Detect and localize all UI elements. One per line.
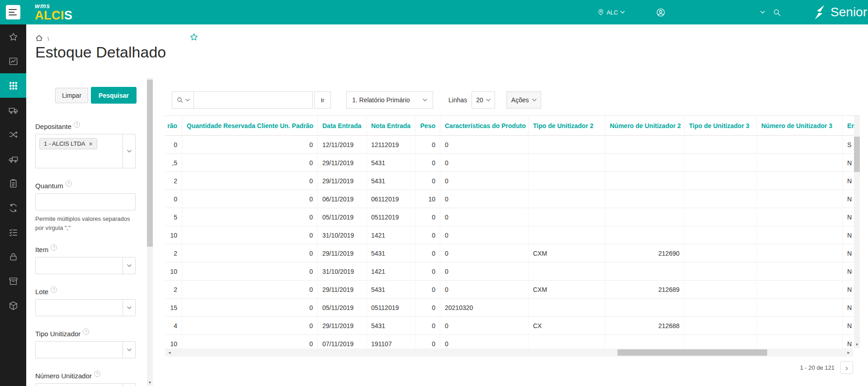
column-header[interactable]: Número de Unitizador 2 [605,116,684,135]
table-cell: 29/11/2019 [318,244,367,262]
table-horizontal-scrollbar[interactable]: ◄ ► [165,348,853,357]
table-row[interactable]: 15005/11/201905112019020210320N [165,299,860,317]
table-row[interactable]: 0006/11/201906112019100N [165,190,860,208]
brand-name: Senior [830,5,867,19]
column-header[interactable]: rão [165,116,182,135]
chevron-down-icon [127,150,132,152]
sidebar-item-dashboard[interactable] [0,49,26,73]
search-button[interactable]: Pesquisar [91,87,137,104]
help-icon[interactable]: ? [51,244,57,251]
numero-unitizador-select[interactable] [35,383,136,386]
location-selector[interactable]: ALC [597,8,625,16]
quantum-input[interactable] [36,194,134,210]
lote-select[interactable] [35,299,136,316]
table-row[interactable]: 10007/11/201919110700N [165,335,860,348]
sidebar-item-security[interactable] [0,244,26,269]
scroll-down-icon[interactable]: ▼ [147,381,153,385]
table-cell: 0 [440,136,528,153]
table-row[interactable]: 2029/11/2019543100CXM212690N [165,244,860,262]
table-cell: 0 [440,244,528,262]
home-icon[interactable] [35,34,43,43]
dropdown-toggle[interactable] [123,342,135,358]
hamburger-menu-icon[interactable] [6,5,20,19]
dropdown-toggle[interactable] [123,257,135,274]
table-row[interactable]: 2029/11/2019543100CXM212689N [165,281,860,299]
help-icon[interactable]: ? [83,329,89,335]
sidebar-item-packages[interactable] [0,293,26,318]
table-row[interactable]: 0012/11/20191211201900S [165,136,860,154]
scrollbar-thumb[interactable] [618,349,767,356]
favorite-star-icon[interactable] [189,33,198,43]
sidebar-item-favorites[interactable] [0,24,26,49]
table-row[interactable]: 5005/11/20190511201900N [165,208,860,226]
dropdown-toggle[interactable] [123,134,135,168]
depositante-multiselect[interactable]: 1 - ALCIS LTDA × [35,134,136,168]
column-header[interactable]: Data Entrada [318,116,367,135]
rows-per-page-select[interactable]: 20 [472,91,495,109]
column-header[interactable]: Peso [415,116,440,135]
sync-icon [8,203,19,213]
go-button[interactable]: Ir [314,91,331,109]
sidebar-item-transfers[interactable] [0,122,26,147]
scroll-right-icon[interactable]: ► [845,348,852,357]
help-icon[interactable]: ? [74,121,80,128]
tasks-icon [8,227,19,238]
scroll-left-icon[interactable]: ◄ [166,348,173,357]
table-row[interactable]: 10031/10/2019142100N [165,226,860,244]
global-search[interactable] [773,8,781,17]
sidebar-item-picking[interactable] [0,171,26,195]
table-cell: 10 [165,335,182,348]
topbar-dropdown[interactable] [760,11,765,14]
column-header[interactable]: Número de Unitizador 3 [757,116,843,135]
sidebar-item-inventory[interactable] [0,269,26,293]
dropdown-toggle[interactable] [123,384,135,386]
table-cell: 0 [415,154,440,172]
table-cell [684,154,757,172]
help-icon[interactable]: ? [51,286,57,293]
filter-scrollbar[interactable]: ▼ [147,78,153,386]
item-select[interactable] [35,257,136,274]
help-icon[interactable]: ? [94,371,100,377]
lote-label: Lote ? [35,288,137,295]
column-header[interactable]: Características do Produto [440,116,528,135]
table-row[interactable]: 10031/10/2019142100N [165,262,860,281]
table-row[interactable]: ,5029/11/2019543100N [165,154,860,172]
sidebar-item-sync[interactable] [0,195,26,220]
sidebar-item-apps[interactable] [0,73,26,98]
scrollbar-thumb[interactable] [147,80,153,247]
next-page-button[interactable]: › [840,361,853,374]
help-icon[interactable]: ? [66,181,72,187]
inventory-icon [8,276,19,286]
table-cell [528,190,605,208]
tipo-unitizador-select[interactable] [35,341,136,358]
table-cell [528,299,605,316]
table-cell [757,335,843,348]
table-cell: 10 [165,226,182,244]
sidebar-item-receiving[interactable] [0,147,26,171]
column-header[interactable]: Tipo de Unitizador 3 [684,116,757,135]
scrollbar-thumb[interactable] [854,137,860,172]
sidebar-item-tasks[interactable] [0,220,26,244]
chevron-down-icon [760,11,765,14]
table-vertical-scrollbar[interactable]: ▼ [854,116,860,348]
actions-button[interactable]: Ações [506,91,541,109]
column-header[interactable]: Quantidade Reservada Cliente Un. Padrão [182,116,318,135]
table-row[interactable]: 4029/11/2019543100CX212688N [165,317,860,335]
table-search-input[interactable] [194,91,313,109]
remove-tag-icon[interactable]: × [89,141,93,147]
column-header[interactable]: Nota Entrada [367,116,415,135]
table-cell [528,172,605,190]
scroll-down-icon[interactable]: ▼ [854,343,860,347]
sidebar-item-shipping[interactable] [0,98,26,122]
table-cell: 10 [415,190,440,208]
user-menu[interactable] [656,8,665,17]
clear-button[interactable]: Limpar [55,88,88,103]
column-search-selector[interactable] [172,91,194,109]
topbar: wms ALCIS ALC [0,0,868,24]
rows-per-page-value: 20 [476,96,483,104]
table-cell: 0 [182,136,318,153]
report-select[interactable]: 1. Relatório Primário [346,91,433,109]
dropdown-toggle[interactable] [123,300,135,316]
column-header[interactable]: Tipo de Unitizador 2 [528,116,605,135]
table-row[interactable]: 2029/11/2019543100N [165,172,860,190]
